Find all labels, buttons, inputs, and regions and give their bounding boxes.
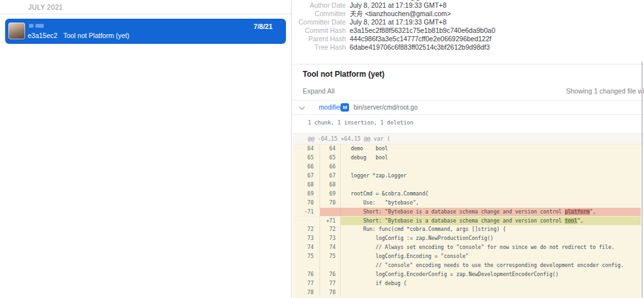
old-line-number — [293, 261, 320, 270]
chevron-down-icon[interactable] — [300, 105, 305, 110]
diff-line-context: 7777 if debug { — [293, 279, 641, 288]
chunk-summary: 1 chunk, 1 insertion, 1 deletion — [308, 119, 413, 126]
metadata-value: 6dabe419706c6f883ff02514c3bf2612b9d98df3 — [350, 43, 490, 52]
old-line-number: 69 — [293, 190, 320, 199]
diff-line-context: 6868 — [293, 181, 641, 190]
metadata-row: Committer天舟 <tianzhouchen@gmail.com> — [293, 10, 644, 18]
diff-code-text — [341, 288, 641, 297]
diff-line-deletion: -71 Short: "Bytebase is a database schem… — [293, 208, 641, 217]
old-line-number: 77 — [293, 279, 320, 288]
metadata-label: Committer Date — [293, 18, 346, 26]
file-path: bin/server/cmd/root.go — [354, 104, 418, 111]
new-line-number: 69 — [320, 190, 341, 199]
commit-detail-panel: Author天舟 <tianzhouchen@gmail.com>Author … — [293, 0, 644, 298]
new-line-number: 72 — [320, 225, 341, 234]
old-line-number: 68 — [293, 181, 320, 190]
author-name-redacted — [29, 24, 33, 28]
commit-row-selected[interactable]: 7/8/21 e3a15ec2Tool not Platform (yet) — [5, 19, 286, 44]
metadata-divider — [293, 64, 644, 65]
commit-list-section-header: JULY 2021 — [0, 0, 291, 14]
section-label: JULY 2021 — [28, 3, 63, 11]
commit-summary: e3a15ec2Tool not Platform (yet) — [28, 32, 129, 39]
new-line-number — [320, 261, 341, 270]
old-line-number: 74 — [293, 243, 320, 252]
changed-files-summary: Showing 1 changed file with 1 add — [566, 87, 644, 95]
diff-code-text: rootCmd = &cobra.Command{ — [341, 190, 641, 199]
diff-code-text: ", — [577, 218, 583, 224]
metadata-label: Committer — [293, 10, 346, 18]
diff-code-text: logConfig.EncoderConfig = zap.NewDevelop… — [341, 270, 641, 279]
diff-code-text — [341, 181, 641, 190]
diff-line-context: 7070 Use: "bytebase", — [293, 199, 641, 208]
panel-divider[interactable] — [291, 0, 292, 298]
diff-code-text: // Always set encoding to "console" for … — [341, 243, 641, 252]
diff-line-context: 7676 logConfig.EncoderConfig = zap.NewDe… — [293, 270, 641, 279]
old-line-number: 65 — [293, 154, 320, 163]
new-line-number: 78 — [320, 288, 341, 297]
diff-code-text: logConfig.Encoding = "console" — [341, 252, 641, 261]
diff-line-context: 6969 rootCmd = &cobra.Command{ — [293, 190, 641, 199]
old-line-number: 75 — [293, 252, 320, 261]
diff-line-context: 6666 — [293, 163, 641, 172]
new-line-number: 74 — [320, 243, 341, 252]
commit-title: Tool not Platform (yet) — [303, 70, 384, 79]
metadata-row: Committer DateJuly 8, 2021 at 17:19:33 G… — [293, 18, 644, 26]
new-line-number: 68 — [320, 181, 341, 190]
diff-code-text: debug bool — [341, 154, 641, 163]
author-avatar — [8, 23, 25, 39]
metadata-row: Tree Hash6dabe419706c6f883ff02514c3bf261… — [293, 43, 644, 52]
new-line-number: 76 — [320, 270, 341, 279]
metadata-value: 天舟 <tianzhouchen@gmail.com> — [350, 10, 451, 18]
metadata-value: e3a15ec2f88f56321c75e1b81b9c740e6da9b0a0 — [350, 26, 495, 35]
diff-code-text: demo bool — [341, 144, 641, 154]
diff-code-text: Short: "Bytebase is a database schema ch… — [345, 218, 565, 224]
commit-list-panel: JULY 2021 7/8/21 e3a15ec2Tool not Platfo… — [0, 0, 291, 298]
new-line-number: 65 — [320, 154, 341, 163]
diff-line-context: 7474 // Always set encoding to "console"… — [293, 243, 641, 252]
new-line-number: 77 — [320, 279, 341, 288]
old-line-number: 66 — [293, 163, 320, 172]
diff-line-context: 6767 logger *zap.Logger — [293, 172, 641, 181]
diff-line-context: 7373 logConfig := zap.NewProductionConfi… — [293, 234, 641, 243]
diff-code-text: Short: "Bytebase is a database schema ch… — [345, 209, 565, 215]
modified-badge: M — [341, 103, 349, 112]
scrollbar[interactable] — [641, 61, 643, 298]
file-diff-header[interactable]: modified M bin/server/cmd/root.go — [293, 100, 644, 115]
new-line-number — [320, 208, 341, 216]
new-line-number: 66 — [320, 163, 341, 172]
old-line-number: 72 — [293, 225, 320, 234]
diff-code-text: if debug { — [341, 279, 641, 288]
commit-short-hash: e3a15ec2 — [28, 32, 57, 39]
diff-code-text: // "console" encoding needs to use the c… — [341, 261, 641, 270]
diff-line-context: 6464 demo bool — [293, 144, 641, 154]
diff-code-text: ", — [590, 209, 596, 215]
diff-code-text: Short: "Bytebase is a database schema ch… — [341, 217, 641, 226]
expand-all-button[interactable]: Expand All — [303, 87, 335, 95]
diff-code-text: Short: "Bytebase is a database schema ch… — [341, 208, 641, 216]
old-line-number: 64 — [293, 144, 320, 154]
diff-line-context: 6565 debug bool — [293, 154, 641, 163]
diff-code-text: logger *zap.Logger — [341, 172, 641, 181]
old-line-number: 76 — [293, 270, 320, 279]
new-line-number: 73 — [320, 234, 341, 243]
hunk-header: @@ -64,15 +64,15 @@ var ( — [293, 133, 644, 144]
new-line-number: 64 — [320, 144, 341, 154]
new-line-number: +71 — [320, 217, 341, 226]
metadata-value: July 8, 2021 at 17:19:33 GMT+8 — [350, 18, 446, 26]
metadata-label: Commit Hash — [293, 26, 346, 35]
metadata-row: Commit Hashe3a15ec2f88f56321c75e1b81b9c7… — [293, 26, 644, 35]
metadata-label: Parent Hash — [293, 35, 346, 43]
word-diff-highlight: tool — [565, 218, 577, 224]
new-line-number: 75 — [320, 252, 341, 261]
word-diff-highlight: platform — [565, 209, 590, 215]
new-line-number: 70 — [320, 199, 341, 208]
diff-code-text — [341, 163, 641, 172]
author-name-redacted — [35, 24, 44, 28]
diff-line-context: // "console" encoding needs to use the c… — [293, 261, 641, 270]
metadata-label: Tree Hash — [293, 43, 346, 52]
metadata-label: Author Date — [293, 1, 346, 10]
diff-line-addition: +71 Short: "Bytebase is a database schem… — [293, 217, 641, 226]
old-line-number: 78 — [293, 288, 320, 297]
old-line-number: 67 — [293, 172, 320, 181]
file-status-label: modified — [319, 104, 343, 111]
